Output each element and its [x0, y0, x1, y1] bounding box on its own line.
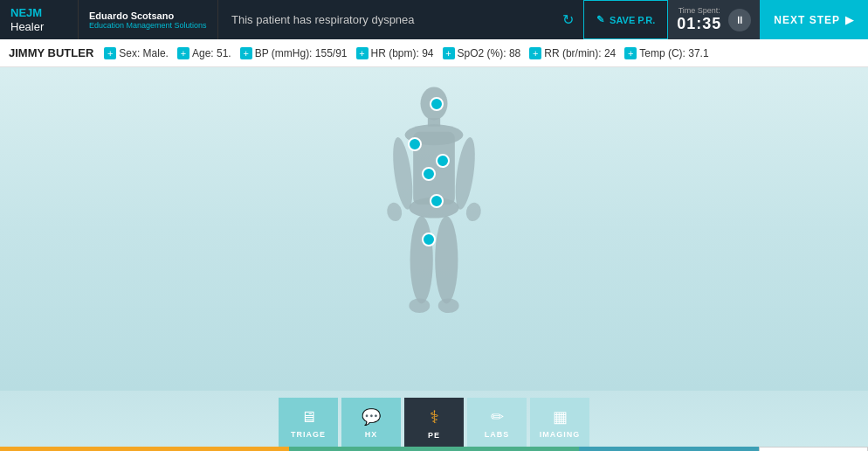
svg-point-10 — [435, 216, 458, 303]
dot-head[interactable] — [430, 97, 444, 111]
pe-icon: ⚕ — [430, 406, 439, 427]
body-figure — [373, 85, 495, 356]
vital-age: + Age: 51. — [177, 47, 231, 59]
header: NEJM Healer Eduardo Scotsano Education M… — [0, 0, 868, 39]
svg-point-12 — [438, 298, 459, 313]
vital-hr: + HR (bpm): 94 — [356, 47, 434, 59]
arrow-right-icon: ▶ — [845, 14, 854, 26]
body-svg — [373, 85, 495, 356]
save-icon: ✎ — [596, 14, 604, 25]
imaging-icon: ▦ — [553, 407, 568, 427]
svg-point-6 — [385, 201, 403, 222]
patient-note: This patient has respiratory dyspnea — [218, 0, 552, 39]
triage-icon: 🖥 — [300, 408, 316, 427]
tab-labs[interactable]: ✏ LABS — [467, 398, 527, 448]
dot-left-shoulder[interactable] — [408, 137, 422, 151]
user-role: Education Management Solutions — [89, 21, 207, 30]
vital-plus-bp[interactable]: + — [240, 47, 252, 59]
hx-icon: 💬 — [362, 407, 381, 427]
vital-sex: + Sex: Male. — [104, 47, 169, 59]
save-pr-button[interactable]: ✎ SAVE P.R. — [583, 0, 668, 39]
bottom-nav: DATA ACQUISTION DIAGNOSIS BUILDER KNOWLE… — [0, 447, 868, 451]
tab-imaging[interactable]: ▦ IMAGING — [530, 398, 589, 448]
timer-area: Time Spent: 01:35 ⏸ — [668, 0, 760, 39]
vital-plus-age[interactable]: + — [177, 47, 189, 59]
logo-nejm: NEJM — [10, 6, 44, 20]
dot-abdomen[interactable] — [430, 194, 444, 208]
vital-plus-spo2[interactable]: + — [443, 47, 455, 59]
tab-pe[interactable]: ⚕ PE — [404, 398, 464, 448]
tabs-and-nav: 🖥 TRIAGE 💬 HX ⚕ PE ✏ LABS ▦ IMAGING DATA… — [0, 391, 868, 451]
svg-point-7 — [465, 201, 483, 222]
logo-area: NEJM Healer — [0, 0, 79, 39]
vital-plus-sex[interactable]: + — [104, 47, 116, 59]
send-feedback-button[interactable]: SEND FEEDBACK — [759, 447, 868, 451]
dot-chest-left[interactable] — [422, 167, 436, 181]
patient-name: JIMMY BUTLER — [9, 46, 93, 59]
timer-label: Time Spent: — [679, 6, 720, 15]
diagnosis-builder-button[interactable]: DIAGNOSIS BUILDER — [289, 447, 578, 451]
pause-button[interactable]: ⏸ — [728, 9, 751, 31]
vital-rr: + RR (br/min): 24 — [529, 47, 616, 59]
vital-plus-temp[interactable]: + — [624, 47, 637, 59]
svg-point-5 — [452, 136, 479, 211]
vitals-bar: JIMMY BUTLER + Sex: Male. + Age: 51. + B… — [0, 39, 868, 67]
vital-bp: + BP (mmHg): 155/91 — [240, 47, 348, 59]
user-area: Eduardo Scotsano Education Management So… — [79, 0, 218, 39]
vital-temp: + Temp (C): 37.1 — [624, 47, 708, 59]
svg-point-11 — [409, 298, 430, 313]
dot-lower[interactable] — [422, 232, 436, 246]
user-name: Eduardo Scotsano — [89, 10, 207, 21]
svg-point-9 — [410, 216, 433, 303]
logo-healer: Healer — [10, 20, 44, 34]
next-step-button[interactable]: NEXT STEP ▶ — [760, 0, 868, 39]
refresh-button[interactable]: ↻ — [552, 0, 583, 39]
action-tabs: 🖥 TRIAGE 💬 HX ⚕ PE ✏ LABS ▦ IMAGING — [0, 391, 868, 448]
vital-plus-hr[interactable]: + — [356, 47, 369, 59]
vital-plus-rr[interactable]: + — [529, 47, 541, 59]
data-acquisition-button[interactable]: DATA ACQUISTION — [0, 447, 289, 451]
vital-spo2: + SpO2 (%): 88 — [443, 47, 521, 59]
labs-icon: ✏ — [491, 407, 504, 427]
dot-chest-right[interactable] — [436, 154, 450, 168]
timer-value: 01:35 — [677, 15, 721, 33]
tab-hx[interactable]: 💬 HX — [341, 398, 401, 448]
main-content — [0, 67, 868, 391]
tab-triage[interactable]: 🖥 TRIAGE — [279, 398, 338, 448]
